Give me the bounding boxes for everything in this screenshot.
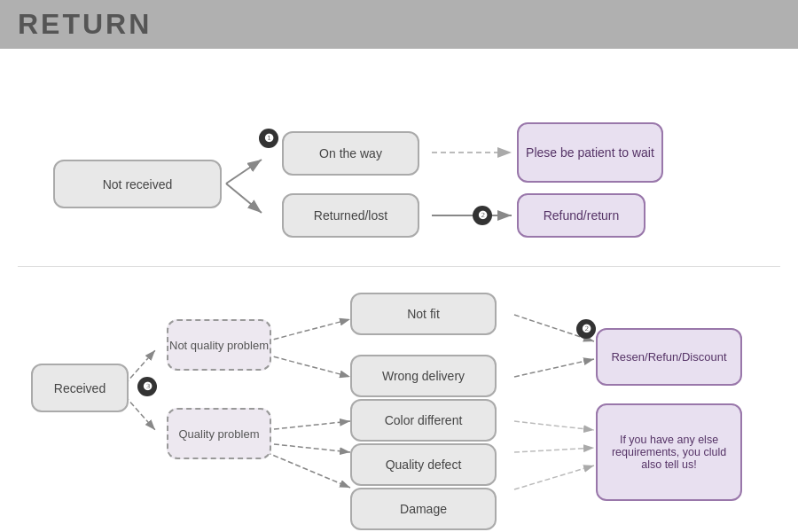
color-different-box: Color different xyxy=(350,399,497,442)
if-you-have-box: If you have any else requirements, you c… xyxy=(596,403,742,501)
svg-line-2 xyxy=(226,160,262,184)
svg-line-17 xyxy=(514,466,594,489)
svg-line-8 xyxy=(266,319,350,341)
damage-box: Damage xyxy=(350,488,497,530)
badge-2-top: ❷ xyxy=(473,206,492,225)
not-received-box: Not received xyxy=(53,160,222,208)
header-title: RETURN xyxy=(18,8,152,41)
wrong-delivery-box: Wrong delivery xyxy=(350,355,497,397)
svg-line-3 xyxy=(226,184,262,213)
please-be-patient-box: Plese be patient to wait xyxy=(517,122,663,183)
svg-line-11 xyxy=(266,443,350,452)
badge-3: ❸ xyxy=(137,377,157,396)
svg-line-10 xyxy=(266,421,350,430)
received-box: Received xyxy=(31,364,129,412)
svg-line-9 xyxy=(266,355,350,377)
main-content: Not received ❶ On the way Returned/lost … xyxy=(0,49,798,532)
quality-problem-box: Quality problem xyxy=(167,408,271,459)
badge-1: ❶ xyxy=(259,129,278,148)
quality-defect-box: Quality defect xyxy=(350,443,497,486)
svg-line-15 xyxy=(514,421,594,430)
svg-line-16 xyxy=(514,448,594,452)
svg-line-12 xyxy=(266,452,350,488)
resen-refund-box: Resen/Refun/Discount xyxy=(596,328,742,386)
not-fit-box: Not fit xyxy=(350,293,497,335)
header: RETURN xyxy=(0,0,798,49)
not-quality-problem-box: Not quality problem xyxy=(167,319,271,371)
badge-2-bottom: ❷ xyxy=(576,319,596,339)
on-the-way-box: On the way xyxy=(282,131,419,176)
svg-line-14 xyxy=(514,359,594,377)
refund-return-box: Refund/return xyxy=(517,193,645,238)
returned-lost-box: Returned/lost xyxy=(282,193,419,238)
